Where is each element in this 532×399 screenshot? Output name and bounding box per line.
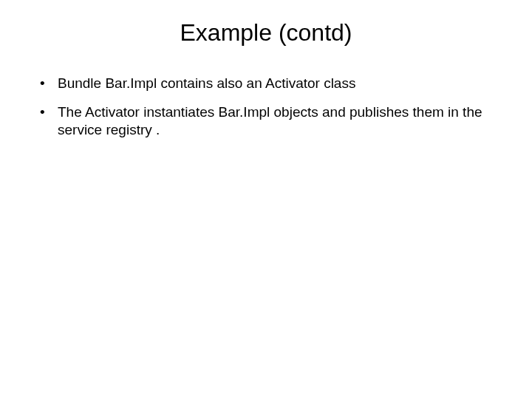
list-item: The Activator instantiates Bar.Impl obje… bbox=[35, 103, 502, 140]
bullet-list: Bundle Bar.Impl contains also an Activat… bbox=[30, 75, 502, 140]
list-item: Bundle Bar.Impl contains also an Activat… bbox=[35, 75, 502, 93]
slide-container: Example (contd) Bundle Bar.Impl contains… bbox=[0, 0, 532, 399]
slide-title: Example (contd) bbox=[30, 19, 502, 47]
